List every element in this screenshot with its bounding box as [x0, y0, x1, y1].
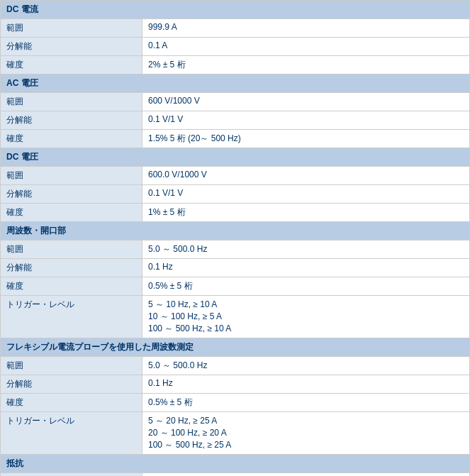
row-label: 範囲 — [1, 93, 142, 111]
row-label: トリガー・レベル — [1, 296, 142, 338]
section-header: 抵抗 — [1, 455, 470, 473]
row-label: 確度 — [1, 394, 142, 412]
row-value: 0.5% ± 5 桁 — [142, 394, 470, 412]
row-value: 600.0 V/1000 V — [142, 167, 470, 185]
row-value: 2% ± 5 桁 — [142, 56, 470, 74]
section-header: DC 電流 — [1, 1, 470, 19]
row-value: 600 V/1000 V — [142, 93, 470, 111]
row-label: 分解能 — [1, 111, 142, 130]
row-label: トリガー・レベル — [1, 412, 142, 455]
row-value: 5.0 ～ 500.0 Hz — [142, 357, 470, 375]
row-value-multiline: 5 ～ 10 Hz, ≥ 10 A10 ～ 100 Hz, ≥ 5 A100 ～… — [142, 296, 470, 338]
section-header: 周波数・開口部 — [1, 222, 470, 240]
row-label: 確度 — [1, 277, 142, 296]
row-value: 0.5% ± 5 桁 — [142, 277, 470, 296]
row-label: 範囲 — [1, 19, 142, 38]
row-label: 範囲 — [1, 167, 142, 185]
row-value: 1% ± 5 桁 — [142, 204, 470, 222]
row-label: 範囲 — [1, 240, 142, 259]
row-value: 999.9 A — [142, 19, 470, 38]
row-label: 範囲 — [1, 357, 142, 375]
row-label: 分解能 — [1, 375, 142, 394]
section-header: フレキシブル電流プローブを使用した周波数測定 — [1, 338, 470, 357]
row-value: 1.5% 5 桁 (20～ 500 Hz) — [142, 130, 470, 148]
row-value: 600 Ω/6 kΩ/60 kΩ — [142, 473, 470, 477]
row-label: 範囲 — [1, 473, 142, 477]
row-label: 確度 — [1, 130, 142, 148]
row-value-multiline: 5 ～ 20 Hz, ≥ 25 A20 ～ 100 Hz, ≥ 20 A100 … — [142, 412, 470, 455]
row-value: 5.0 ～ 500.0 Hz — [142, 240, 470, 259]
row-value: 0.1 Hz — [142, 375, 470, 394]
section-header: DC 電圧 — [1, 148, 470, 167]
row-value: 0.1 A — [142, 38, 470, 56]
specs-table: DC 電流範囲999.9 A分解能0.1 A確度2% ± 5 桁AC 電圧範囲6… — [0, 0, 470, 476]
row-label: 分解能 — [1, 38, 142, 56]
row-value: 0.1 V/1 V — [142, 185, 470, 204]
row-label: 分解能 — [1, 259, 142, 277]
row-label: 分解能 — [1, 185, 142, 204]
section-header: AC 電圧 — [1, 74, 470, 93]
row-value: 0.1 Hz — [142, 259, 470, 277]
row-value: 0.1 V/1 V — [142, 111, 470, 130]
row-label: 確度 — [1, 56, 142, 74]
row-label: 確度 — [1, 204, 142, 222]
